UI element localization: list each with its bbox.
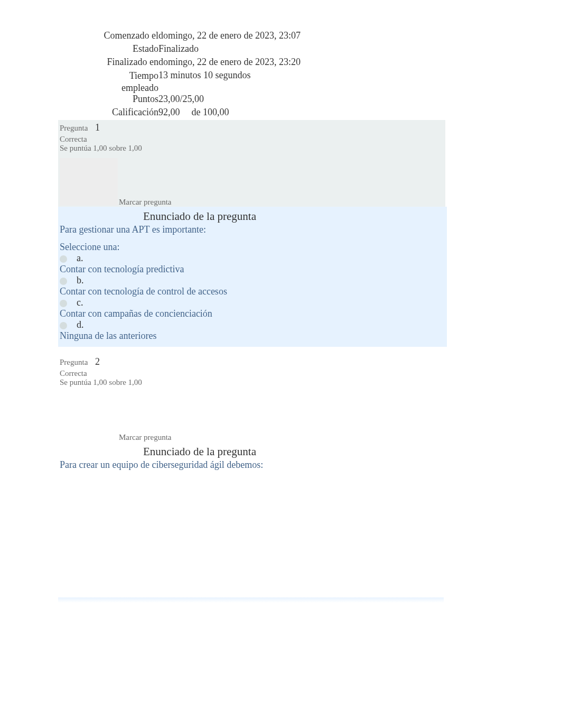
summary-value-points: 23,00/25,00 [158,94,497,107]
time-label-line2: empleado [121,82,158,93]
question1-option-d-row: d. [60,319,445,330]
question1-number: 1 [95,122,100,133]
question1-option-a-text: Contar con tecnología predictiva [60,264,445,275]
question1-option-c-letter: c. [77,297,83,308]
question1-option-d-letter: d. [77,319,84,330]
question1-option-c-row: c. [60,297,445,308]
summary-label-time: Tiempo empleado [58,70,158,94]
question1-option-b-row: b. [60,275,445,286]
question1-points: Se puntúa 1,00 sobre 1,00 [60,144,445,153]
bottom-fade [58,597,444,603]
question2-flag-link[interactable]: Marcar pregunta [119,433,445,442]
radio-icon[interactable] [60,255,67,263]
summary-value-grade: 92,00 de 100,00 [158,107,497,120]
question2-number: 2 [95,356,100,367]
summary-row-points: Puntos 23,00/25,00 [58,94,497,107]
summary-label-points: Puntos [58,94,158,107]
summary-value-started: domingo, 22 de enero de 2023, 23:07 [158,30,497,43]
radio-icon[interactable] [60,322,67,329]
summary-label-started: Comenzado el [58,30,158,43]
question1-flag-link[interactable]: Marcar pregunta [119,198,445,207]
radio-icon[interactable] [60,300,67,307]
question1-option-c-text: Contar con campañas de concienciación [60,308,445,319]
summary-row-started: Comenzado el domingo, 22 de enero de 202… [58,30,497,43]
question1-flag-image-placeholder [60,158,118,206]
grade-of: de 100,00 [192,107,229,117]
question2-header-line: Pregunta 2 [60,356,445,367]
question2-label: Pregunta [60,358,88,366]
time-label-line1: Tiempo [129,70,158,81]
radio-icon[interactable] [60,278,67,285]
question2-header-block: Pregunta 2 Correcta Se puntúa 1,00 sobre… [58,347,445,442]
question1-option-d-text: Ninguna de las anteriores [60,330,445,342]
summary-row-finished: Finalizado en domingo, 22 de enero de 20… [58,57,497,70]
summary-value-time: 13 minutos 10 segundos [158,70,497,94]
question1-label: Pregunta [60,124,88,132]
question2-enunciado-block: Enunciado de la pregunta Para crear un e… [58,442,447,597]
question2-flag-image-placeholder [60,392,118,441]
question2-correct: Correcta [60,369,445,378]
question2-text: Para crear un equipo de ciberseguridad á… [60,459,445,471]
summary-row-state: Estado Finalizado [58,43,497,57]
question1-option-a-letter: a. [77,253,83,263]
summary-row-time: Tiempo empleado 13 minutos 10 segundos [58,70,497,94]
summary-label-grade: Calificación [58,107,158,120]
summary-label-state: Estado [58,43,158,57]
grade-score: 92,00 [158,107,189,118]
question1-header-line: Pregunta 1 [60,122,445,133]
question1-enunciado-title: Enunciado de la pregunta [60,207,445,223]
summary-table: Comenzado el domingo, 22 de enero de 202… [58,30,497,120]
question1-option-b-text: Contar con tecnología de control de acce… [60,286,445,297]
question1-enunciado-block: Enunciado de la pregunta Para gestionar … [58,207,447,347]
question1-option-b-letter: b. [77,275,84,285]
summary-value-finished: domingo, 22 de enero de 2023, 23:20 [158,57,497,70]
question1-select-one: Seleccione una: [60,242,445,253]
summary-label-finished: Finalizado en [58,57,158,70]
question2-points: Se puntúa 1,00 sobre 1,00 [60,378,445,387]
question1-correct: Correcta [60,135,445,144]
question1-option-a-row: a. [60,253,445,264]
summary-value-state: Finalizado [158,43,497,57]
summary-row-grade: Calificación 92,00 de 100,00 [58,107,497,120]
question2-enunciado-title: Enunciado de la pregunta [60,442,445,458]
question1-text: Para gestionar una APT es importante: [60,224,445,235]
question1-header-block: Pregunta 1 Correcta Se puntúa 1,00 sobre… [58,120,445,207]
